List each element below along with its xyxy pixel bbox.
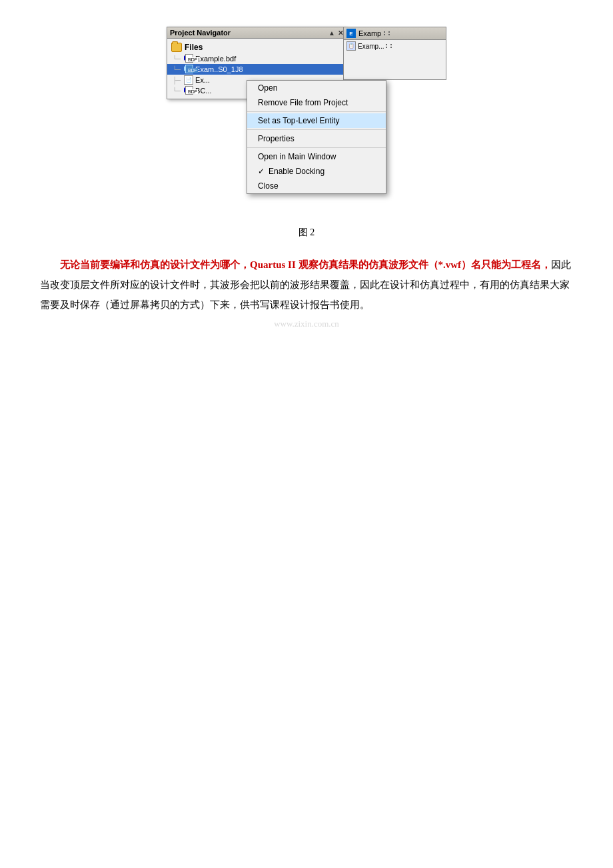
rp-fdot-2 [390, 44, 392, 45]
cm-item-enable-docking[interactable]: ✓ Enable Docking [247, 164, 386, 179]
cm-separator-3 [247, 147, 386, 148]
rp-dot-1 [384, 31, 385, 33]
cm-label-properties: Properties [258, 134, 295, 143]
cm-label-enable-docking: Enable Docking [269, 167, 324, 176]
bdf-icon-1: BDF [184, 54, 193, 63]
rp-dot-2 [388, 31, 390, 33]
bdf-icon-main-1: BDF [185, 54, 193, 63]
pn-filename-3: Ex... [195, 76, 210, 84]
cm-separator-2 [247, 129, 386, 130]
pn-title-text: Project Navigator [170, 29, 231, 37]
rp-dots [384, 31, 392, 35]
cm-label-open-main: Open in Main Window [258, 152, 336, 161]
tree-line-2: └─ [173, 66, 181, 73]
cm-item-open-main[interactable]: Open in Main Window [247, 149, 386, 164]
context-menu: Open Remove File from Project Set as Top… [247, 80, 386, 194]
cm-item-close[interactable]: Close [247, 179, 386, 193]
paragraph-red-bold: 无论当前要编译和仿真的设计文件为哪个，Quartus II 观察仿真结果的仿真波… [60, 259, 551, 270]
cm-separator-1 [247, 111, 386, 112]
bdf-label-2: BDF [187, 68, 198, 73]
pn-files-label: Files [185, 43, 203, 52]
screenshot-container: Project Navigator ▲ ✕ Files └─ [40, 27, 573, 220]
cm-label-remove: Remove File from Project [258, 98, 348, 107]
rp-dot-4 [388, 34, 390, 35]
cm-label-close: Close [258, 181, 279, 191]
rp-icon: E [346, 29, 356, 38]
bdf-label-4: BDF [187, 89, 198, 94]
rp-fdot-1 [386, 44, 387, 45]
watermark-text: www.zixin.com.cn [274, 319, 339, 329]
cm-label-open: Open [258, 83, 277, 93]
pn-filename-2: Exam..S0_1J8 [195, 65, 243, 73]
rp-file-dots [386, 44, 394, 48]
main-paragraph: 无论当前要编译和仿真的设计文件为哪个，Quartus II 观察仿真结果的仿真波… [40, 255, 573, 315]
rp-titlebar: E Examp [344, 27, 446, 40]
rp-fdot-4 [390, 47, 392, 48]
bdf-icon-4: BDF [184, 86, 193, 95]
pn-file-item-1[interactable]: └─ BDF Example.bdf [167, 53, 346, 64]
rp-file-text: Examp... [358, 43, 384, 50]
doc-icon-3: 📄 [184, 75, 193, 85]
pn-filename-1: Example.bdf [195, 55, 236, 63]
pn-minimize-btn[interactable]: ▲ [328, 29, 335, 37]
pn-file-item-2[interactable]: └─ BDF Exam..S0_1J8 [167, 64, 346, 75]
cm-item-open[interactable]: Open [247, 81, 386, 95]
pn-titlebar: Project Navigator ▲ ✕ [167, 27, 346, 39]
cm-item-properties[interactable]: Properties [247, 131, 386, 146]
right-panel-stub: E Examp 📋 Examp... [343, 27, 446, 80]
tree-line-1: └─ [173, 55, 181, 63]
tree-line-3: ├─ [173, 77, 181, 84]
bdf-label-1: BDF [187, 57, 198, 62]
pn-files-header: Files [167, 41, 346, 53]
folder-icon [171, 43, 182, 52]
bdf-icon-2: BDF [184, 65, 193, 74]
screenshot-wrapper: Project Navigator ▲ ✕ Files └─ [167, 27, 446, 220]
page-content: Project Navigator ▲ ✕ Files └─ [40, 27, 573, 329]
cm-item-remove[interactable]: Remove File from Project [247, 95, 386, 110]
pn-titlebar-controls: ▲ ✕ [328, 29, 343, 37]
rp-file-icon: 📋 [346, 41, 356, 51]
tree-line-4: └─ [173, 87, 181, 95]
figure-caption-text: 图 2 [299, 227, 315, 237]
watermark: www.zixin.com.cn [274, 319, 339, 329]
cm-item-toplevel[interactable]: Set as Top-Level Entity [247, 113, 386, 128]
bdf-icon-main-2: BDF [185, 65, 193, 73]
rp-file-row: 📋 Examp... [344, 40, 446, 52]
pn-close-btn[interactable]: ✕ [338, 29, 343, 37]
rp-title-text: Examp [358, 29, 381, 37]
figure-caption: 图 2 [299, 227, 315, 239]
bdf-icon-main-4: BDF [185, 86, 193, 95]
rp-fdot-3 [386, 47, 387, 48]
cm-label-toplevel: Set as Top-Level Entity [258, 116, 340, 125]
cm-checkmark: ✓ [258, 167, 266, 176]
rp-dot-3 [384, 34, 385, 35]
